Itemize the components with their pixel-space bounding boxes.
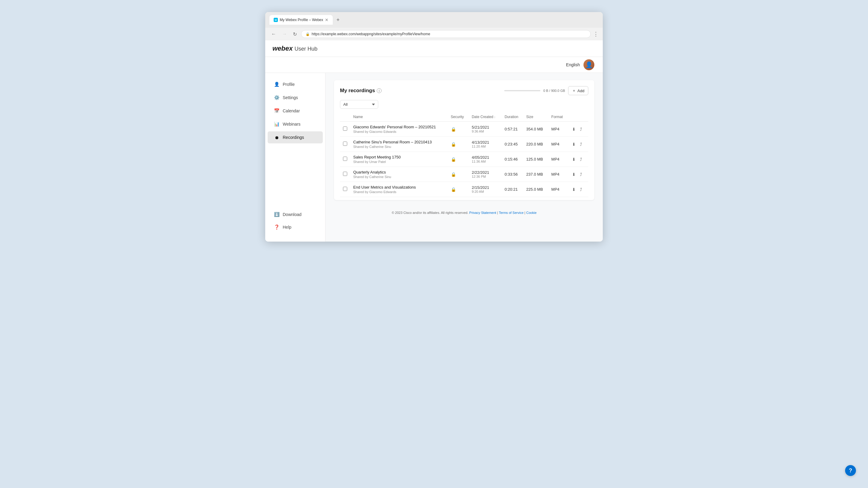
row-duration-3: 0:33:56 bbox=[501, 167, 523, 182]
sidebar-item-help[interactable]: ❓ Help bbox=[268, 221, 323, 233]
recording-shared-2: Shared by Umar Patel bbox=[353, 160, 445, 164]
recording-name-0[interactable]: Giacomo Edwards' Personal Room – 2021052… bbox=[353, 125, 445, 129]
row-checkbox-0[interactable] bbox=[343, 127, 347, 131]
share-row-btn-2[interactable]: ⤴ bbox=[578, 156, 584, 163]
row-security-cell-3: 🔒 bbox=[448, 167, 469, 182]
row-size-3: 237.0 MB bbox=[523, 167, 548, 182]
row-name-cell: Quarterly Analytics Shared by Catherine … bbox=[350, 167, 448, 182]
recordings-panel: My recordings i 0 B / 900.0 GB ＋ bbox=[334, 80, 594, 200]
row-security-cell-0: 🔒 bbox=[448, 122, 469, 137]
new-tab-button[interactable]: + bbox=[335, 16, 341, 24]
sidebar-label-calendar: Calendar bbox=[283, 108, 300, 113]
active-tab[interactable]: W My Webex Profile – Webex ✕ bbox=[270, 15, 333, 25]
add-icon: ＋ bbox=[572, 88, 576, 93]
browser-menu-button[interactable]: ⋮ bbox=[593, 31, 598, 37]
share-row-btn-3[interactable]: ⤴ bbox=[578, 171, 584, 178]
row-checkbox-cell bbox=[340, 182, 350, 197]
privacy-link[interactable]: Privacy Statement bbox=[469, 211, 496, 215]
sidebar-item-webinars[interactable]: 📊 Webinars bbox=[268, 118, 323, 130]
app-header: webex User Hub bbox=[265, 40, 603, 57]
col-name: Name bbox=[350, 112, 448, 122]
lock-icon-1: 🔒 bbox=[451, 142, 456, 147]
address-bar[interactable]: 🔒 https://example.webex.com/webappng/sit… bbox=[301, 30, 591, 38]
back-button[interactable]: ← bbox=[270, 31, 278, 37]
row-checkbox-1[interactable] bbox=[343, 141, 347, 146]
row-checkbox-cell bbox=[340, 167, 350, 182]
row-duration-0: 0:57:21 bbox=[501, 122, 523, 137]
storage-label: 0 B / 900.0 GB bbox=[544, 89, 565, 93]
language-selector[interactable]: English bbox=[566, 62, 580, 67]
calendar-icon: 📅 bbox=[274, 108, 280, 114]
col-date-created[interactable]: Date Created bbox=[469, 112, 501, 122]
row-actions-0: ⬇ ⤴ bbox=[567, 122, 588, 137]
download-row-btn-1[interactable]: ⬇ bbox=[570, 141, 577, 148]
share-row-btn-1[interactable]: ⤴ bbox=[578, 141, 584, 148]
tab-title: My Webex Profile – Webex bbox=[280, 18, 323, 22]
sidebar-item-calendar[interactable]: 📅 Calendar bbox=[268, 105, 323, 117]
sidebar-label-download: Download bbox=[283, 212, 301, 217]
recording-name-1[interactable]: Catherine Sinu's Personal Room – 2021041… bbox=[353, 140, 445, 144]
recording-shared-4: Shared by Giacomo Edwards bbox=[353, 190, 445, 194]
row-name-cell: Giacomo Edwards' Personal Room – 2021052… bbox=[350, 122, 448, 137]
row-checkbox-3[interactable] bbox=[343, 172, 347, 176]
profile-icon: 👤 bbox=[274, 82, 280, 87]
row-time-0: 9:36 AM bbox=[472, 130, 498, 133]
row-size-2: 125.0 MB bbox=[523, 152, 548, 167]
row-checkbox-4[interactable] bbox=[343, 187, 347, 191]
reload-button[interactable]: ↻ bbox=[291, 31, 299, 38]
help-fab[interactable]: ? bbox=[845, 465, 856, 476]
row-format-3: MP4 bbox=[548, 167, 567, 182]
row-time-3: 12:36 PM bbox=[472, 175, 498, 178]
row-date-0: 5/21/2021 bbox=[472, 125, 498, 130]
table-header-row: Name Security Date Created Duration Size… bbox=[340, 112, 588, 122]
recording-name-2[interactable]: Sales Report Meeting 1750 bbox=[353, 155, 445, 159]
cookie-link[interactable]: Cookie bbox=[526, 211, 536, 215]
info-icon[interactable]: i bbox=[377, 88, 381, 93]
sidebar-item-download[interactable]: ⬇️ Download bbox=[268, 208, 323, 221]
global-topbar: English bbox=[265, 57, 603, 73]
table-row: Sales Report Meeting 1750 Shared by Umar… bbox=[340, 152, 588, 167]
tos-link[interactable]: Terms of Service bbox=[499, 211, 524, 215]
add-button[interactable]: ＋ Add bbox=[568, 86, 588, 95]
recording-shared-0: Shared by Giacomo Edwards bbox=[353, 130, 445, 133]
col-size: Size bbox=[523, 112, 548, 122]
sidebar-label-help: Help bbox=[283, 225, 291, 230]
recording-shared-1: Shared by Catherine Sinu bbox=[353, 145, 445, 149]
row-name-cell: Sales Report Meeting 1750 Shared by Umar… bbox=[350, 152, 448, 167]
download-row-btn-3[interactable]: ⬇ bbox=[570, 171, 577, 178]
row-date-cell-0: 5/21/2021 9:36 AM bbox=[469, 122, 501, 137]
row-security-cell-1: 🔒 bbox=[448, 137, 469, 152]
recording-name-3[interactable]: Quarterly Analytics bbox=[353, 170, 445, 174]
download-row-btn-2[interactable]: ⬇ bbox=[570, 156, 577, 163]
share-row-btn-0[interactable]: ⤴ bbox=[578, 126, 584, 133]
storage-bar-area: 0 B / 900.0 GB ＋ Add bbox=[504, 86, 588, 95]
share-row-btn-4[interactable]: ⤴ bbox=[578, 186, 584, 193]
table-row: End User Metrics and Visualizations Shar… bbox=[340, 182, 588, 197]
row-date-cell-4: 2/15/2021 9:20 AM bbox=[469, 182, 501, 197]
row-format-4: MP4 bbox=[548, 182, 567, 197]
filter-select[interactable]: All Shared My Recordings bbox=[340, 100, 378, 109]
download-row-btn-4[interactable]: ⬇ bbox=[570, 186, 577, 193]
sidebar-item-recordings[interactable]: ⏺ Recordings bbox=[268, 131, 323, 143]
row-format-0: MP4 bbox=[548, 122, 567, 137]
row-size-0: 354.0 MB bbox=[523, 122, 548, 137]
sidebar-item-profile[interactable]: 👤 Profile bbox=[268, 78, 323, 90]
row-actions-1: ⬇ ⤴ bbox=[567, 137, 588, 152]
url-text: https://example.webex.com/webappng/sites… bbox=[312, 32, 586, 36]
recordings-title: My recordings i bbox=[340, 88, 381, 94]
user-avatar[interactable] bbox=[584, 59, 594, 70]
sidebar: 👤 Profile ⚙️ Settings 📅 Calendar 📊 Webin… bbox=[265, 73, 326, 241]
recording-name-4[interactable]: End User Metrics and Visualizations bbox=[353, 185, 445, 190]
col-security: Security bbox=[448, 112, 469, 122]
download-row-btn-0[interactable]: ⬇ bbox=[570, 126, 577, 133]
row-name-cell: Catherine Sinu's Personal Room – 2021041… bbox=[350, 137, 448, 152]
row-size-4: 225.0 MB bbox=[523, 182, 548, 197]
lock-icon-0: 🔒 bbox=[451, 127, 456, 132]
sidebar-item-settings[interactable]: ⚙️ Settings bbox=[268, 92, 323, 104]
browser-window: W My Webex Profile – Webex ✕ + ← → ↻ 🔒 h… bbox=[265, 12, 603, 241]
tab-close-button[interactable]: ✕ bbox=[325, 18, 329, 22]
tab-bar: W My Webex Profile – Webex ✕ + bbox=[270, 15, 598, 25]
app-body: webex User Hub English 👤 Profile bbox=[265, 40, 603, 241]
row-checkbox-2[interactable] bbox=[343, 157, 347, 161]
forward-button[interactable]: → bbox=[280, 31, 289, 37]
